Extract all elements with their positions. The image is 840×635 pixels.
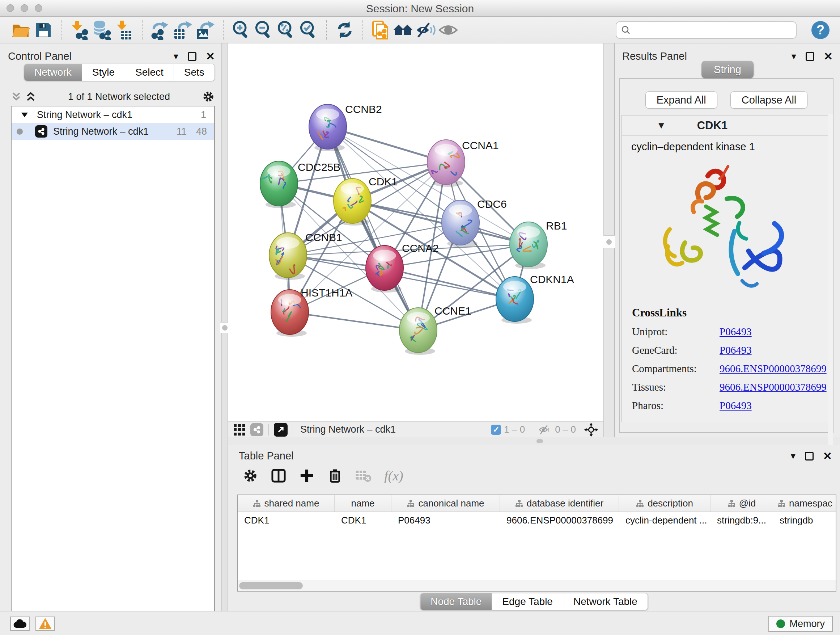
zoom-selected-icon[interactable] — [297, 19, 320, 41]
table-horizontal-scrollbar[interactable] — [238, 580, 836, 591]
search-input[interactable] — [635, 24, 791, 36]
results-scrollbar[interactable] — [828, 114, 833, 469]
search-box[interactable] — [616, 21, 797, 39]
add-column-icon[interactable] — [299, 468, 315, 484]
delete-column-icon[interactable] — [327, 468, 343, 484]
save-session-icon[interactable] — [32, 19, 54, 41]
function-builder-icon[interactable]: f(x) — [384, 468, 403, 484]
warnings-button[interactable] — [35, 616, 55, 631]
horizontal-splitter[interactable] — [228, 437, 840, 445]
edge-HIST1H1A-CCNE1[interactable] — [290, 312, 418, 330]
node-CCNE1[interactable]: CCNE1 — [399, 305, 471, 355]
node-CDC6[interactable]: CDC6 — [442, 198, 507, 247]
network-row[interactable]: String Network – cdk1 11 48 — [11, 123, 214, 140]
node-section-header[interactable]: ▼ CDK1 — [622, 116, 828, 136]
node-RB1[interactable]: RB1 — [510, 220, 567, 269]
export-image-icon[interactable] — [194, 19, 216, 41]
control-panel-close-icon[interactable]: ✕ — [206, 50, 215, 63]
table-cell[interactable]: 9606.ENSP00000378699 — [500, 512, 619, 529]
column-header--id[interactable]: @id — [711, 495, 773, 511]
network-canvas[interactable]: CCNB2CCNA1CDC25BCDK1CDC6RB1CCNB1CCNA2CDK… — [228, 43, 603, 421]
table-panel-float-icon[interactable] — [805, 452, 813, 461]
network-options-gear-icon[interactable] — [202, 90, 215, 103]
collapse-all-button[interactable]: Collapse All — [730, 91, 808, 109]
table-gear-icon[interactable] — [242, 468, 258, 484]
crosslink-link[interactable]: P06493 — [720, 344, 752, 356]
column-header-description[interactable]: description — [619, 495, 711, 511]
expand-all-button[interactable]: Expand All — [645, 91, 717, 109]
import-network-from-file-icon[interactable] — [68, 19, 90, 41]
tab-network[interactable]: Network — [24, 64, 82, 81]
tab-select[interactable]: Select — [125, 64, 174, 81]
network-collection-row[interactable]: String Network – cdk1 1 — [11, 106, 214, 123]
export-network-icon[interactable] — [149, 19, 172, 41]
crosslink-link[interactable]: 9606.ENSP00000378699 — [720, 363, 827, 375]
results-panel-menu-icon[interactable]: ▾ — [791, 51, 796, 62]
clone-network-icon[interactable] — [370, 19, 392, 41]
zoom-out-icon[interactable] — [253, 19, 275, 41]
import-table-from-file-icon[interactable] — [113, 19, 135, 41]
results-panel-float-icon[interactable] — [806, 52, 814, 61]
memory-button[interactable]: Memory — [768, 616, 833, 632]
node-CCNB2[interactable]: CCNB2 — [309, 103, 382, 151]
selected-checkbox-icon[interactable]: ✓ — [491, 424, 501, 435]
refresh-view-icon[interactable] — [333, 19, 356, 41]
cloud-status-button[interactable] — [10, 616, 30, 631]
show-columns-icon[interactable] — [271, 468, 286, 484]
edge-CCNB2-CCNE1[interactable] — [328, 127, 418, 330]
table-cell[interactable]: CDK1 — [238, 512, 335, 529]
tab-string[interactable]: String — [701, 61, 753, 78]
show-eye-icon[interactable] — [437, 19, 459, 41]
results-panel-close-icon[interactable]: ✕ — [824, 50, 833, 63]
table-panel-menu-icon[interactable]: ▾ — [791, 450, 796, 462]
hidden-eye-slash-icon[interactable] — [538, 424, 552, 436]
tab-style[interactable]: Style — [82, 64, 125, 81]
import-network-from-database-icon[interactable] — [90, 19, 113, 41]
control-panel-float-icon[interactable] — [188, 52, 196, 61]
collection-expander-icon[interactable] — [21, 112, 28, 118]
column-header-canonical-name[interactable]: canonical name — [392, 495, 500, 511]
zoom-fit-content-icon[interactable] — [275, 19, 297, 41]
column-header-name[interactable]: name — [335, 495, 392, 511]
crosslink-link[interactable]: P06493 — [720, 326, 752, 338]
expand-all-icon[interactable] — [25, 91, 36, 103]
tab-network-table[interactable]: Network Table — [563, 593, 647, 610]
hide-eye-icon[interactable] — [415, 19, 437, 41]
splitter-handle-icon[interactable] — [222, 325, 227, 331]
collapse-all-icon[interactable] — [11, 91, 22, 103]
crosslink-link[interactable]: 9606.ENSP00000378699 — [720, 381, 827, 393]
column-header-namespac[interactable]: namespac — [773, 495, 836, 511]
splitter-handle-icon[interactable] — [606, 239, 612, 245]
delete-table-icon[interactable] — [355, 469, 372, 483]
table-panel-close-icon[interactable]: ✕ — [823, 450, 832, 462]
scrollbar-thumb[interactable] — [239, 582, 303, 589]
table-cell[interactable]: CDK1 — [335, 512, 392, 529]
left-splitter[interactable] — [221, 43, 228, 611]
column-header-database-identifier[interactable]: database identifier — [500, 495, 619, 511]
grid-view-icon[interactable] — [233, 423, 246, 436]
tab-node-table[interactable]: Node Table — [420, 593, 492, 610]
birdseye-view-icon[interactable] — [274, 423, 287, 437]
string-home-icon[interactable] — [392, 19, 415, 41]
table-cell[interactable]: stringdb:9... — [711, 512, 773, 529]
node-CCNA2[interactable]: CCNA2 — [366, 242, 439, 293]
network-share-icon[interactable] — [250, 423, 264, 436]
move-crosshair-icon[interactable] — [584, 423, 598, 437]
node-CDKN1A[interactable]: CDKN1A — [496, 273, 574, 324]
table-cell[interactable]: cyclin-dependent ... — [619, 512, 711, 529]
table-cell[interactable]: P06493 — [392, 512, 500, 529]
splitter-handle-icon[interactable] — [537, 439, 543, 443]
help-button[interactable]: ? — [810, 20, 831, 40]
open-session-icon[interactable] — [9, 19, 32, 41]
right-splitter[interactable] — [603, 43, 615, 437]
tab-sets[interactable]: Sets — [174, 64, 215, 81]
section-expander-icon[interactable]: ▼ — [657, 120, 666, 131]
node-HIST1H1A[interactable]: HIST1H1A — [271, 287, 352, 337]
tab-edge-table[interactable]: Edge Table — [492, 593, 563, 610]
table-cell[interactable]: stringdb — [773, 512, 836, 529]
zoom-in-icon[interactable] — [230, 19, 253, 41]
export-table-icon[interactable] — [172, 19, 194, 41]
table-row[interactable]: CDK1CDK1P064939606.ENSP00000378699cyclin… — [238, 512, 836, 529]
column-header-shared-name[interactable]: shared name — [238, 495, 335, 511]
string-network-graph[interactable]: CCNB2CCNA1CDC25BCDK1CDC6RB1CCNB1CCNA2CDK… — [228, 43, 604, 421]
